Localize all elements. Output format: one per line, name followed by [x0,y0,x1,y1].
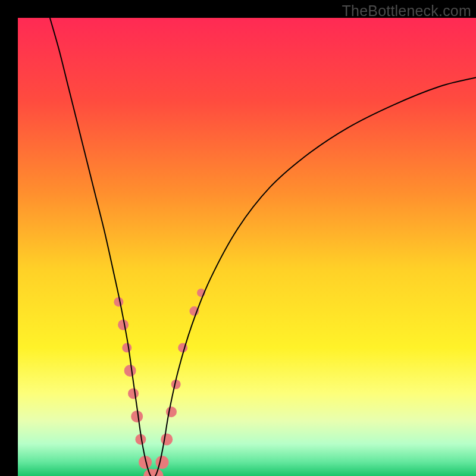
gradient-background [18,18,476,476]
watermark-text: TheBottleneck.com [342,2,471,20]
sample-point [122,343,131,352]
chart-svg [18,18,476,476]
sample-point [114,297,123,306]
sample-point [124,365,136,377]
sample-point [128,388,139,399]
chart-frame: TheBottleneck.com [0,0,476,476]
plot-area [18,18,476,476]
sample-point [156,456,169,469]
sample-point [131,411,143,422]
sample-point [161,433,173,445]
sample-point [166,406,177,417]
